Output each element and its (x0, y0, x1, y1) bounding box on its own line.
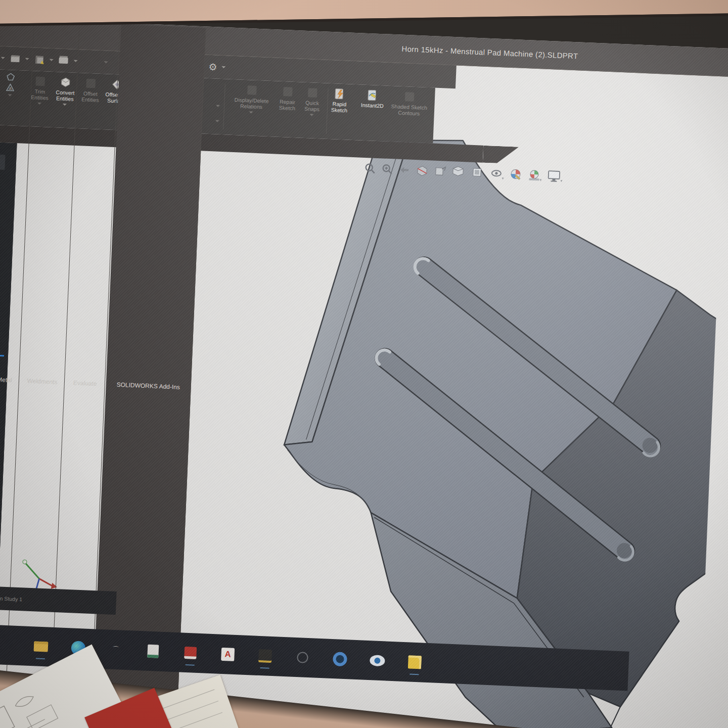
search-tool-icon[interactable] (294, 649, 311, 666)
apply-scene-icon[interactable] (527, 168, 542, 182)
rapid-sketch-button[interactable]: Rapid Sketch (324, 87, 354, 137)
display-delete-relations-icon (245, 84, 259, 97)
app-glyph-icon[interactable]: ⌒ (107, 641, 124, 658)
section-view-icon[interactable] (416, 164, 429, 177)
tab-motion-study-1[interactable]: Motion Study 1 (0, 595, 22, 602)
quick-snaps-icon (306, 86, 320, 99)
document-app-icon[interactable] (144, 643, 162, 660)
sticky-notes-icon[interactable] (406, 653, 424, 671)
hide-show-items-icon[interactable] (490, 167, 505, 180)
zoom-to-fit-icon[interactable] (364, 162, 377, 175)
rapid-sketch-icon (333, 87, 347, 100)
zoom-to-area-icon[interactable] (381, 163, 394, 175)
repair-sketch-icon (281, 85, 295, 98)
display-style-icon[interactable] (471, 166, 485, 180)
autocad-icon[interactable]: A (219, 646, 237, 663)
dynamic-annotation-icon[interactable] (434, 165, 447, 178)
shaded-sketch-contours-button[interactable]: Shaded Sketch Contours (390, 90, 428, 140)
display-delete-relations-button[interactable]: Display/Delete Relations (227, 83, 276, 134)
blue-disc-app-icon[interactable] (331, 650, 349, 668)
settings-gear-icon[interactable]: ⚙ (208, 62, 217, 72)
file-explorer-icon[interactable] (32, 638, 50, 655)
repair-sketch-button[interactable]: Repair Sketch (275, 85, 300, 134)
chevron-down-icon[interactable] (221, 66, 225, 68)
quick-snaps-button[interactable]: Quick Snaps (299, 86, 325, 135)
media-app-red-icon[interactable] (181, 644, 199, 662)
previous-view-icon[interactable] (398, 164, 411, 176)
instant2d-button[interactable]: Instant2D (353, 88, 391, 139)
edit-appearance-icon[interactable] (509, 168, 523, 181)
shaded-sketch-contours-icon (403, 90, 417, 103)
instant2d-icon (366, 89, 380, 102)
solidworks-window: Horn 15kHz - Menstrual Pad Machine (2).S… (0, 17, 728, 728)
monitor-photo: Horn 15kHz - Menstrual Pad Machine (2).S… (0, 0, 728, 728)
view-settings-icon[interactable] (547, 169, 563, 183)
view-orientation-cube-icon[interactable] (451, 165, 466, 179)
viewer-eye-icon[interactable] (369, 652, 386, 669)
autocad-dark-icon[interactable] (256, 647, 274, 665)
